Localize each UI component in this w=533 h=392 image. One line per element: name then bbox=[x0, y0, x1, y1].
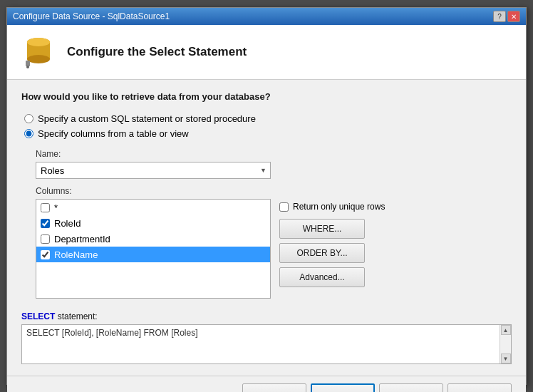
name-dropdown-wrapper: Roles Users Permissions bbox=[36, 162, 271, 179]
radio-columns[interactable]: Specify columns from a table or view bbox=[24, 128, 512, 139]
svg-point-3 bbox=[27, 38, 50, 46]
svg-point-2 bbox=[27, 55, 50, 63]
col-checkbox-rolename[interactable] bbox=[41, 250, 50, 259]
where-button[interactable]: WHERE... bbox=[279, 219, 365, 239]
main-window: Configure Data Source - SqlDataSource1 ?… bbox=[6, 7, 527, 385]
select-label-rest: statement: bbox=[55, 311, 97, 321]
main-section: How would you like to retrieve data from… bbox=[7, 80, 526, 376]
col-item-star[interactable]: * bbox=[36, 200, 270, 215]
finish-button[interactable]: Finish bbox=[379, 383, 443, 392]
col-label-star: * bbox=[54, 202, 58, 213]
svg-rect-4 bbox=[26, 61, 30, 66]
window-title: Configure Data Source - SqlDataSource1 bbox=[13, 11, 170, 21]
footer-section: < Previous Next > Finish Cancel bbox=[7, 376, 526, 392]
sql-scrollbar: ▲ ▼ bbox=[500, 325, 511, 363]
previous-button[interactable]: < Previous bbox=[242, 383, 306, 392]
scroll-up-arrow[interactable]: ▲ bbox=[501, 325, 511, 335]
columns-and-buttons: * RoleId DepartmentId RoleName bbox=[36, 199, 512, 299]
radio-custom-sql-input[interactable] bbox=[24, 114, 33, 123]
page-title: Configure the Select Statement bbox=[67, 45, 247, 59]
title-bar-buttons: ? ✕ bbox=[493, 11, 520, 22]
title-bar: Configure Data Source - SqlDataSource1 ?… bbox=[7, 8, 526, 25]
col-label-departmentid: DepartmentId bbox=[54, 234, 110, 244]
cancel-button[interactable]: Cancel bbox=[447, 383, 512, 392]
right-buttons: Return only unique rows WHERE... ORDER B… bbox=[279, 199, 385, 299]
close-button[interactable]: ✕ bbox=[507, 11, 520, 22]
content-area: Configure the Select Statement How would… bbox=[7, 25, 526, 392]
database-icon bbox=[21, 35, 56, 69]
unique-rows-row: Return only unique rows bbox=[279, 202, 385, 212]
radio-columns-input[interactable] bbox=[24, 129, 33, 138]
select-statement-section: SELECT statement: SELECT [RoleId], [Role… bbox=[21, 311, 512, 364]
orderby-button[interactable]: ORDER BY... bbox=[279, 243, 365, 263]
radio-columns-label: Specify columns from a table or view bbox=[38, 128, 189, 139]
select-label: SELECT statement: bbox=[21, 311, 512, 321]
col-label-roleid: RoleId bbox=[54, 218, 81, 229]
unique-rows-checkbox[interactable] bbox=[279, 202, 289, 212]
sql-text: SELECT [RoleId], [RoleName] FROM [Roles] bbox=[26, 328, 507, 338]
next-button[interactable]: Next > bbox=[311, 383, 375, 392]
select-keyword: SELECT bbox=[21, 311, 55, 321]
columns-list[interactable]: * RoleId DepartmentId RoleName bbox=[36, 199, 271, 299]
svg-point-5 bbox=[26, 66, 29, 68]
help-button[interactable]: ? bbox=[493, 11, 506, 22]
col-item-rolename[interactable]: RoleName bbox=[36, 247, 270, 262]
name-dropdown[interactable]: Roles Users Permissions bbox=[36, 162, 271, 179]
radio-group: Specify a custom SQL statement or stored… bbox=[24, 113, 512, 139]
col-label-rolename: RoleName bbox=[54, 249, 98, 260]
name-dropdown-row: Roles Users Permissions bbox=[36, 162, 512, 179]
unique-rows-label: Return only unique rows bbox=[293, 202, 385, 212]
col-checkbox-departmentid[interactable] bbox=[41, 234, 50, 244]
col-checkbox-star[interactable] bbox=[41, 203, 50, 212]
radio-custom-sql-label: Specify a custom SQL statement or stored… bbox=[38, 113, 256, 124]
col-checkbox-roleid[interactable] bbox=[41, 219, 50, 228]
columns-section: Name: Roles Users Permissions Columns: bbox=[36, 149, 512, 299]
name-label: Name: bbox=[36, 149, 512, 159]
col-item-roleid[interactable]: RoleId bbox=[36, 215, 270, 231]
scroll-down-arrow[interactable]: ▼ bbox=[501, 354, 511, 363]
question-label: How would you like to retrieve data from… bbox=[21, 91, 512, 102]
radio-custom-sql[interactable]: Specify a custom SQL statement or stored… bbox=[24, 113, 512, 124]
advanced-button[interactable]: Advanced... bbox=[279, 267, 365, 287]
header-section: Configure the Select Statement bbox=[7, 25, 526, 80]
sql-box: SELECT [RoleId], [RoleName] FROM [Roles]… bbox=[21, 324, 512, 364]
col-item-departmentid[interactable]: DepartmentId bbox=[36, 231, 270, 247]
columns-label: Columns: bbox=[36, 186, 512, 196]
